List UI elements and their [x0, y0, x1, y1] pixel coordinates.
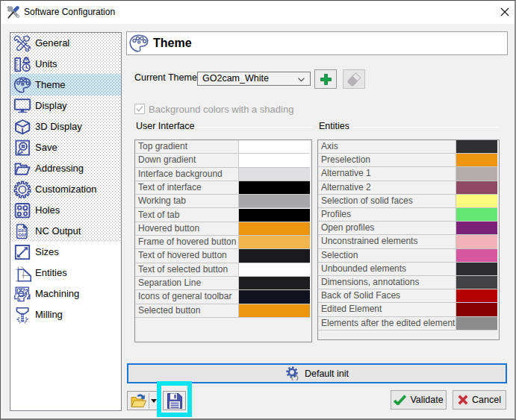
svg-text:G02: G02	[18, 233, 26, 237]
svg-text:G01: G01	[18, 228, 27, 233]
